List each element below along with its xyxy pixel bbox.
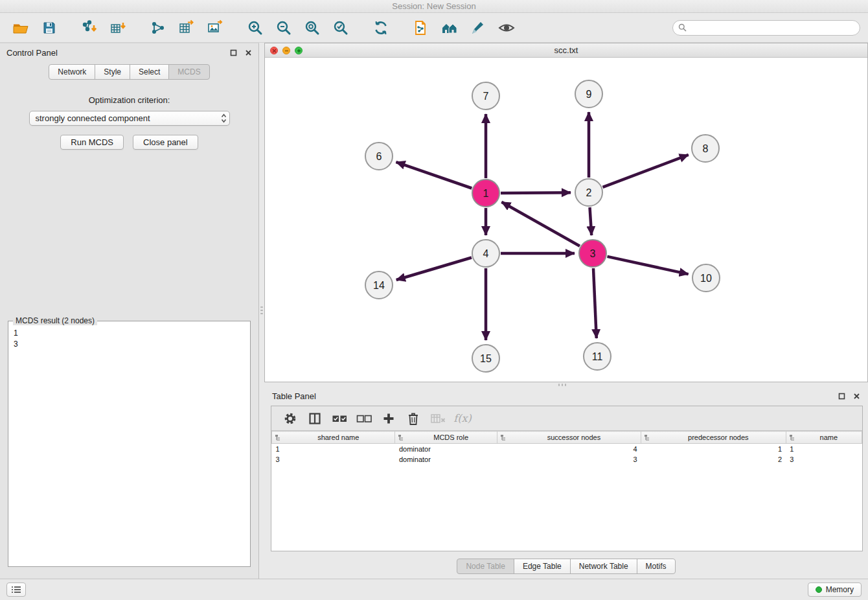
import-network-icon — [81, 19, 98, 36]
tab-network[interactable]: Network — [49, 64, 95, 80]
node-6[interactable]: 6 — [365, 143, 393, 170]
export-table-button[interactable] — [174, 16, 200, 40]
column-header-name[interactable]: name — [786, 432, 862, 444]
tab-network-table[interactable]: Network Table — [570, 559, 637, 574]
node-7[interactable]: 7 — [472, 82, 499, 110]
column-header-successor-nodes[interactable]: successor nodes — [497, 432, 641, 444]
tab-edge-table[interactable]: Edge Table — [514, 559, 571, 574]
tab-select[interactable]: Select — [130, 64, 169, 80]
control-panel-float-button[interactable] — [230, 49, 237, 56]
export-image-button[interactable] — [202, 16, 228, 40]
network-canvas[interactable]: 1234678910111415 — [265, 58, 867, 382]
column-header-shared-name[interactable]: shared name — [272, 432, 395, 444]
import-network-button[interactable] — [76, 16, 102, 40]
network-view-titlebar[interactable]: scc.txt — [265, 43, 867, 58]
cell-shared-name[interactable]: 3 — [272, 454, 395, 465]
memory-status-icon — [816, 586, 822, 593]
tab-motifs[interactable]: Motifs — [637, 559, 676, 574]
edge-2-8[interactable] — [603, 155, 689, 187]
memory-button[interactable]: Memory — [808, 583, 862, 597]
edge-1-6[interactable] — [396, 162, 472, 188]
import-table-button[interactable] — [105, 16, 131, 40]
split-panel-button[interactable] — [304, 409, 326, 428]
mcds-result-list[interactable]: 1 3 — [14, 328, 247, 564]
close-panel-button[interactable]: Close panel — [133, 135, 198, 150]
deselect-all-columns-button[interactable] — [353, 409, 375, 428]
tab-node-table[interactable]: Node Table — [457, 559, 514, 574]
edge-3-10[interactable] — [608, 257, 689, 274]
table-row: 1 dominator 4 1 1 — [272, 444, 862, 454]
select-all-icon — [332, 413, 348, 424]
zoom-selected-button[interactable] — [328, 16, 354, 40]
zoom-out-button[interactable] — [271, 16, 297, 40]
node-15[interactable]: 15 — [472, 345, 499, 372]
open-session-button[interactable] — [8, 16, 34, 40]
memory-label: Memory — [826, 585, 854, 594]
column-header-mcds-role[interactable]: MCDS role — [395, 432, 497, 444]
node-10[interactable]: 10 — [692, 264, 720, 292]
maximize-icon — [297, 49, 301, 53]
node-2[interactable]: 2 — [575, 179, 602, 206]
add-column-button[interactable] — [378, 409, 400, 428]
delete-column-button[interactable] — [402, 409, 424, 428]
apply-layout-button[interactable] — [368, 16, 394, 40]
control-panel-header: Control Panel — [0, 43, 258, 62]
network-minimize-button[interactable] — [282, 47, 290, 54]
cell-successor-nodes[interactable]: 3 — [497, 454, 641, 465]
optimization-criterion-label: Optimization criterion: — [0, 95, 258, 105]
node-3[interactable]: 3 — [579, 240, 606, 267]
cell-predecessor-nodes[interactable]: 2 — [641, 454, 786, 465]
edge-1-2[interactable] — [501, 192, 571, 193]
clipboard-network-button[interactable] — [408, 16, 434, 40]
cell-mcds-role[interactable]: dominator — [395, 444, 497, 454]
table-settings-button[interactable] — [279, 409, 301, 428]
brush-icon — [470, 19, 486, 36]
status-bar: Memory — [0, 579, 868, 600]
network-close-button[interactable] — [270, 47, 278, 54]
import-table-icon — [109, 19, 126, 36]
criterion-select[interactable]: strongly connected component — [29, 111, 230, 126]
zoom-fit-button[interactable] — [299, 16, 325, 40]
cell-predecessor-nodes[interactable]: 1 — [641, 444, 786, 454]
network-maximize-button[interactable] — [295, 47, 303, 54]
select-all-columns-button[interactable] — [328, 409, 350, 428]
cell-name[interactable]: 3 — [786, 454, 862, 465]
node-4[interactable]: 4 — [472, 240, 499, 267]
run-mcds-button[interactable]: Run MCDS — [60, 135, 124, 150]
ndex-button[interactable] — [437, 16, 463, 40]
tab-mcds[interactable]: MCDS — [168, 64, 209, 80]
cell-shared-name[interactable]: 1 — [272, 444, 395, 454]
column-header-predecessor-nodes[interactable]: predecessor nodes — [641, 432, 786, 444]
node-11[interactable]: 11 — [584, 343, 611, 370]
mcds-result-line: 1 — [14, 328, 247, 339]
search-input[interactable] — [690, 23, 854, 32]
cell-name[interactable]: 1 — [786, 444, 862, 454]
node-9[interactable]: 9 — [575, 80, 602, 108]
edge-3-11[interactable] — [593, 268, 597, 338]
save-session-button[interactable] — [36, 16, 62, 40]
node-8[interactable]: 8 — [692, 135, 719, 162]
search-box[interactable] — [672, 20, 860, 36]
close-icon — [853, 393, 860, 400]
cell-mcds-role[interactable]: dominator — [395, 454, 497, 465]
new-network-button[interactable] — [145, 16, 171, 40]
node-label-4: 4 — [483, 248, 489, 259]
style-button[interactable] — [465, 16, 491, 40]
edge-2-3[interactable] — [590, 207, 592, 235]
cell-successor-nodes[interactable]: 4 — [497, 444, 641, 454]
node-14[interactable]: 14 — [365, 271, 393, 299]
show-panels-button[interactable] — [6, 583, 26, 597]
vertical-splitter[interactable] — [259, 43, 264, 579]
node-1[interactable]: 1 — [472, 179, 499, 207]
table-panel-header: Table Panel — [264, 387, 868, 404]
table-panel-float-button[interactable] — [838, 393, 845, 400]
tab-style[interactable]: Style — [95, 64, 130, 80]
export-image-icon — [207, 19, 223, 36]
edge-4-14[interactable] — [396, 258, 472, 281]
horizontal-splitter[interactable] — [264, 382, 868, 387]
zoom-in-button[interactable] — [242, 16, 268, 40]
edge-3-1[interactable] — [501, 202, 580, 246]
control-panel-close-button[interactable] — [245, 49, 252, 56]
table-panel-close-button[interactable] — [853, 393, 860, 400]
show-graphics-button[interactable] — [494, 16, 520, 40]
